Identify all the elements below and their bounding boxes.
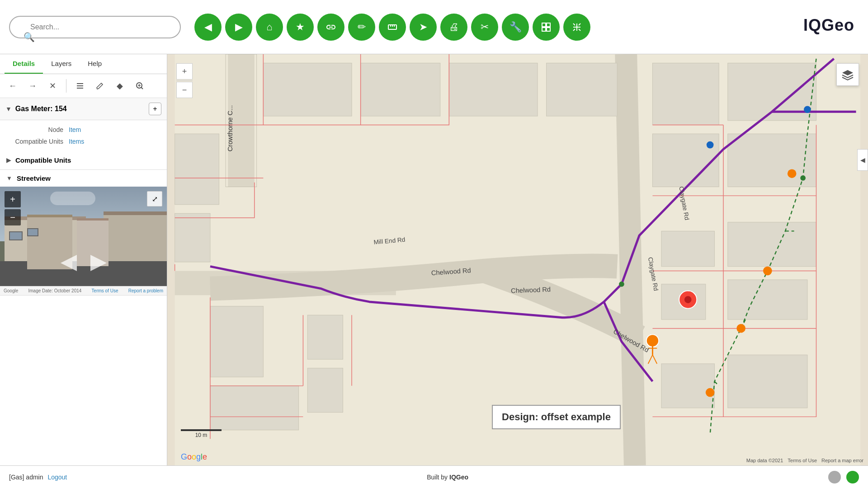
- streetview-bottom-bar: Google Image Date: October 2014 Terms of…: [0, 286, 167, 295]
- left-panel: Details Layers Help ← → ✕ ◆: [0, 54, 167, 465]
- panel-collapse-button[interactable]: ◀: [857, 149, 868, 171]
- svg-text:Chelwood Rd: Chelwood Rd: [511, 286, 551, 294]
- svg-point-51: [684, 296, 692, 303]
- tab-layers[interactable]: Layers: [43, 54, 80, 74]
- panel-close-button[interactable]: ✕: [44, 78, 61, 94]
- panel-forward-button[interactable]: →: [24, 78, 41, 94]
- bookmark-button[interactable]: ★: [287, 14, 314, 41]
- svg-rect-0: [542, 23, 546, 27]
- status-right: [828, 471, 859, 483]
- svg-rect-40: [728, 355, 807, 408]
- streetview-zoom-out-button[interactable]: −: [5, 209, 21, 225]
- map-terms-link[interactable]: Terms of Use: [788, 458, 817, 463]
- compatible-units-label: Compatible Units: [5, 138, 69, 145]
- svg-point-48: [804, 106, 811, 113]
- streetview-expand-button[interactable]: ⤢: [147, 191, 162, 206]
- gas-meter-section-header[interactable]: ▼ Gas Meter: 154 +: [0, 98, 167, 120]
- search-icon: 🔍: [24, 32, 35, 42]
- svg-rect-35: [661, 231, 714, 266]
- tab-help[interactable]: Help: [80, 54, 110, 74]
- streetview-report-link[interactable]: Report a problem: [128, 288, 163, 293]
- panel-list-button[interactable]: [72, 78, 88, 94]
- compatible-units-value-link[interactable]: Items: [69, 138, 84, 145]
- svg-rect-31: [652, 63, 719, 125]
- panel-tabs: Details Layers Help: [0, 54, 167, 74]
- tools-button[interactable]: 🔧: [502, 14, 529, 41]
- streetview-header[interactable]: ▼ Streetview: [0, 170, 167, 187]
- node-row: Node Item: [5, 124, 161, 136]
- streetview-next-arrow[interactable]: [90, 255, 107, 271]
- map-controls: + −: [176, 63, 193, 98]
- design-label: Design: offset example: [492, 405, 621, 429]
- map-zoom-out-button[interactable]: −: [176, 82, 193, 98]
- streetview-prev-arrow[interactable]: [61, 255, 77, 271]
- scissors-button[interactable]: ✂: [471, 14, 498, 41]
- select-button[interactable]: [533, 14, 560, 41]
- svg-rect-22: [361, 63, 440, 116]
- gas-meter-properties: Node Item Compatible Units Items: [0, 120, 167, 151]
- search-input[interactable]: [9, 16, 181, 38]
- logout-button[interactable]: Logout: [47, 474, 67, 481]
- streetview-content: + − ⤢ Google Image Date: October 2014 Te…: [0, 187, 167, 295]
- svg-rect-26: [175, 213, 210, 262]
- svg-point-46: [736, 324, 745, 333]
- edit-button[interactable]: ✏: [348, 14, 375, 41]
- panel-zoom-button[interactable]: [132, 78, 148, 94]
- compatible-units-section: ▶ Compatible Units: [0, 151, 167, 170]
- svg-rect-25: [175, 134, 219, 205]
- compatible-units-section-header[interactable]: ▶ Compatible Units: [0, 151, 167, 169]
- forward-button[interactable]: ▶: [225, 14, 252, 41]
- map-footer: Map data ©2021 Terms of Use Report a map…: [746, 458, 863, 463]
- svg-line-8: [573, 29, 575, 31]
- navigate-button[interactable]: ➤: [410, 14, 437, 41]
- svg-rect-23: [449, 63, 538, 116]
- brand-text: IQGeo: [449, 474, 468, 481]
- svg-line-14: [141, 87, 143, 89]
- node-label: Node: [5, 126, 69, 133]
- map-report-link[interactable]: Report a map error: [821, 458, 863, 463]
- panel-content: ▼ Gas Meter: 154 + Node Item Compatible …: [0, 98, 167, 465]
- svg-rect-39: [661, 364, 714, 408]
- svg-point-43: [619, 282, 624, 287]
- map-area: Crowthorne C... Mill End Rd Chelwood Rd …: [167, 54, 868, 465]
- expand-button[interactable]: [563, 14, 590, 41]
- status-left: [Gas] admin Logout: [9, 474, 67, 481]
- status-bar: [Gas] admin Logout Built by IQGeo: [0, 465, 868, 488]
- app-logo: IQGeo: [803, 16, 854, 35]
- status-prefix: [Gas] admin: [9, 474, 43, 481]
- back-button[interactable]: ◀: [194, 14, 222, 41]
- svg-point-41: [800, 175, 806, 181]
- svg-text:Crowthorne C...: Crowthorne C...: [226, 105, 234, 152]
- panel-edit-button[interactable]: [92, 78, 108, 94]
- svg-rect-24: [547, 63, 618, 116]
- svg-rect-3: [547, 28, 550, 31]
- streetview-arrow: ▼: [6, 175, 12, 182]
- svg-point-49: [707, 141, 714, 149]
- node-value-link[interactable]: Item: [69, 126, 81, 133]
- map-zoom-in-button[interactable]: +: [176, 63, 193, 80]
- svg-rect-27: [210, 306, 263, 377]
- map-data-text: Map data ©2021: [746, 458, 783, 463]
- svg-rect-29: [307, 315, 343, 359]
- panel-navigate-button[interactable]: ◆: [112, 78, 128, 94]
- streetview-date: Image Date: October 2014: [28, 288, 81, 293]
- svg-line-7: [579, 23, 580, 25]
- status-icon-gray: [828, 471, 841, 483]
- streetview-google-label: Google: [4, 288, 18, 293]
- home-button[interactable]: ⌂: [256, 14, 283, 41]
- streetview-section: ▼ Streetview: [0, 170, 167, 296]
- streetview-terms-link[interactable]: Terms of Use: [92, 288, 118, 293]
- svg-rect-1: [547, 23, 550, 27]
- streetview-zoom-in-button[interactable]: +: [5, 191, 21, 207]
- link-button[interactable]: [317, 14, 344, 41]
- print-button[interactable]: 🖨: [440, 14, 467, 41]
- gas-meter-add-button[interactable]: +: [149, 103, 161, 115]
- layers-button[interactable]: [836, 63, 859, 86]
- svg-line-9: [579, 29, 580, 31]
- panel-back-button[interactable]: ←: [5, 78, 21, 94]
- scale-bar: 10 m: [181, 429, 222, 438]
- streetview-title: Streetview: [17, 174, 51, 182]
- tab-details[interactable]: Details: [5, 54, 43, 74]
- compatible-units-row: Compatible Units Items: [5, 136, 161, 147]
- measure-button[interactable]: [379, 14, 406, 41]
